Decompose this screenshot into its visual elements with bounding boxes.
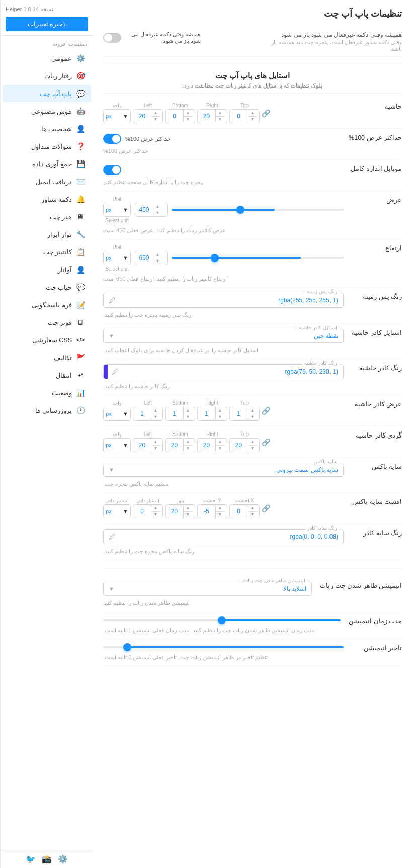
sidebar-item-general[interactable]: ⚙️ عمومی — [3, 50, 91, 67]
sidebar-item-tasks[interactable]: 🚩 تکالیف — [3, 349, 91, 366]
box-shadow-y-input[interactable]: -5 ▲▼ — [197, 504, 227, 518]
sidebar-item-status[interactable]: 📊 وضعیت — [3, 384, 91, 401]
show-animation-select[interactable]: انیمیشن ظاهر شدن چت ربات اسلاید بالا ▼ — [103, 582, 312, 596]
sidebar-item-avatar[interactable]: 👤 آواتار — [3, 261, 91, 278]
styles-title: استایل های پاپ آپ چت — [103, 71, 402, 80]
border-radius-inputs: واحد px ▼ Left 20 ▲▼ Bot — [103, 431, 270, 452]
width-value-input[interactable]: 450 ▲▼ — [135, 203, 168, 217]
sidebar-item-label: عمومی — [9, 55, 72, 62]
border-radius-left-input[interactable]: 20 ▲▼ — [133, 438, 163, 452]
width-unit-select[interactable]: px ▼ — [103, 203, 131, 217]
margin-top-input[interactable]: 0 ▲▼ — [229, 109, 260, 123]
border-width-link-icon[interactable]: 🔗 — [262, 407, 270, 415]
margin-right-input[interactable]: 20 ▲▼ — [197, 109, 227, 123]
sidebar-item-popup[interactable]: 💬 پاپ آپ چت — [3, 85, 91, 102]
sidebar-item-toolbar[interactable]: 🔧 نوار ابزار — [3, 226, 91, 243]
box-shadow-x-input[interactable]: 0 ▲▼ — [229, 504, 260, 518]
border-width-top-input[interactable]: 1 ▲▼ — [229, 407, 260, 421]
sidebar-item-broadcasts[interactable]: 🕐 بروزرسانی ها — [3, 402, 91, 419]
form-icon: 📝 — [76, 300, 85, 309]
shadow-color-input[interactable]: رنگ سایه کادر rgba(0, 0, 0, 0.08) 🖊 — [103, 529, 344, 544]
sidebar-item-collect[interactable]: 💾 جمع آوری داده — [3, 155, 91, 172]
box-shadow-link-icon[interactable]: 🔗 — [262, 504, 270, 512]
settings-footer-icon[interactable]: ⚙️ — [58, 854, 68, 864]
height-unit-label: Unit — [113, 244, 122, 250]
sidebar-item-label: پاپ آپ چت — [9, 90, 72, 98]
border-color-eyedropper-icon[interactable]: 🖊 — [112, 368, 119, 376]
border-radius-link-icon[interactable]: 🔗 — [262, 438, 270, 446]
duration-slider[interactable] — [103, 617, 341, 623]
bg-color-field-label: رنگ پس زمینه — [305, 289, 339, 294]
sidebar: Helper 1.0.14 نسخه ذخیره تغییرات تنظیمات… — [0, 0, 93, 868]
sidebar-item-label: دکمه شناور — [9, 196, 72, 203]
margin-link-icon[interactable]: 🔗 — [262, 109, 270, 117]
border-style-value: نقطه چین — [314, 332, 338, 339]
border-width-bottom-input[interactable]: 1 ▲▼ — [165, 407, 195, 421]
sidebar-item-personas[interactable]: 👤 شخصیت ها — [3, 120, 91, 137]
bg-color-input[interactable]: رنگ پس زمینه rgba(255, 255, 255, 1) 🖊 — [103, 293, 344, 308]
styles-subtitle: بلوک تنظیمات که با استایل های کانتینر رب… — [103, 82, 402, 89]
border-color-label: رنگ کادر حاشیه — [352, 364, 402, 372]
box-shadow-blur-input[interactable]: 20 ▲▼ — [165, 504, 195, 518]
duration-label: مدت زمان انیمیشن — [349, 617, 402, 625]
border-width-right-input[interactable]: 1 ▲▼ — [197, 407, 227, 421]
border-width-unit-select[interactable]: px ▼ — [103, 407, 131, 421]
max-width-toggle[interactable] — [103, 134, 121, 144]
sidebar-item-target[interactable]: 🖥 هدر چت — [3, 208, 91, 225]
sidebar-item-ai[interactable]: 🤖 هوش مصنوعی — [3, 103, 91, 120]
box-shadow-field-label: سایه باکس — [312, 459, 339, 464]
border-style-select[interactable]: استایل کادر حاشیه نقطه چین ▼ — [103, 329, 344, 343]
sidebar-nav: ⚙️ عمومی 🎯 رفتار ربات 💬 پاپ آپ چت 🤖 هوش … — [1, 49, 93, 419]
sidebar-section-title: تنظیمات افزونه — [1, 36, 93, 49]
width-slider[interactable] — [172, 207, 344, 213]
sidebar-item-container[interactable]: 📋 کانتینر چت — [3, 243, 91, 261]
sidebar-item-label: رفتار ربات — [9, 72, 72, 80]
border-radius-bottom-input[interactable]: 20 ▲▼ — [165, 438, 195, 452]
shadow-color-eyedropper-icon[interactable]: 🖊 — [109, 533, 116, 541]
margin-left-input[interactable]: 20 ▲▼ — [133, 109, 163, 123]
twitter-footer-icon[interactable]: 🐦 — [26, 854, 36, 864]
save-button[interactable]: ذخیره تغییرات — [6, 17, 88, 31]
border-width-left-input[interactable]: 1 ▲▼ — [133, 407, 163, 421]
delay-slider[interactable] — [103, 644, 344, 650]
margin-unit-select[interactable]: px ▼ — [103, 109, 131, 123]
border-color-input[interactable]: رنگ کادر حاشیه rgba(79, 50, 230, 1) 🖊 — [103, 364, 344, 379]
border-radius-unit-select[interactable]: px ▼ — [103, 438, 131, 452]
mobile-size-toggle[interactable] — [103, 165, 121, 175]
sidebar-item-launcher[interactable]: 🔔 دکمه شناور — [3, 191, 91, 208]
collect-icon: 💾 — [76, 159, 85, 168]
sidebar-item-email[interactable]: ✉️ دریافت ایمیل — [3, 173, 91, 190]
always-open-toggle[interactable] — [103, 33, 121, 43]
sidebar-item-faq[interactable]: ❓ سوالات متداول — [3, 138, 91, 155]
box-shadow-label: سایه باکس — [352, 463, 402, 470]
margin-unit-label: واحد — [112, 103, 122, 108]
sidebar-item-behavior[interactable]: 🎯 رفتار ربات — [3, 67, 91, 84]
show-animation-label: انیمیشن ظاهر شدن چت ربات — [320, 582, 402, 589]
border-radius-right-input[interactable]: 20 ▲▼ — [197, 438, 227, 452]
transfer-icon: *+ — [76, 371, 85, 380]
sidebar-item-css[interactable]: </> CSS سفارشی — [3, 331, 91, 349]
height-unit-select[interactable]: px ▼ — [103, 251, 131, 265]
sidebar-item-footer[interactable]: 🖥 فوتر چت — [3, 314, 91, 331]
box-shadow-select[interactable]: سایه باکس سایه باکس سمت بیرونی ▼ — [103, 463, 344, 477]
duration-row: مدت زمان انیمیشن مدت زمان انیمیشن ظاهر ش… — [103, 612, 402, 639]
instagram-footer-icon[interactable]: 📸 — [42, 854, 52, 864]
height-value-input[interactable]: 650 ▲▼ — [135, 251, 168, 265]
height-slider[interactable] — [172, 255, 344, 261]
box-shadow-spread-input[interactable]: 0 ▲▼ — [133, 504, 163, 518]
box-shadow-unit-select[interactable]: px ▼ — [103, 504, 131, 518]
sidebar-item-transfer[interactable]: *+ انتقال — [3, 367, 91, 384]
bg-color-eyedropper-icon[interactable]: 🖊 — [109, 296, 116, 304]
sidebar-item-form[interactable]: 📝 فرم پاسخگویی — [3, 296, 91, 313]
bg-color-desc: رنگ پس زمینه پنجره چت را تنظیم کنید. — [103, 312, 191, 318]
sidebar-item-label: هوش مصنوعی — [9, 108, 72, 115]
sidebar-item-bubble[interactable]: 💬 حباب چت — [3, 279, 91, 296]
margin-bottom-input[interactable]: 0 ▲▼ — [165, 109, 195, 123]
sidebar-item-label: هدر چت — [9, 213, 72, 221]
ai-icon: 🤖 — [76, 107, 85, 116]
margin-top-label: Top — [240, 103, 249, 108]
chat-popup-icon: 💬 — [76, 89, 85, 98]
width-label: عرض — [352, 196, 402, 204]
border-radius-top-input[interactable]: 20 ▲▼ — [229, 438, 260, 452]
margin-label: حاشیه — [352, 103, 402, 110]
